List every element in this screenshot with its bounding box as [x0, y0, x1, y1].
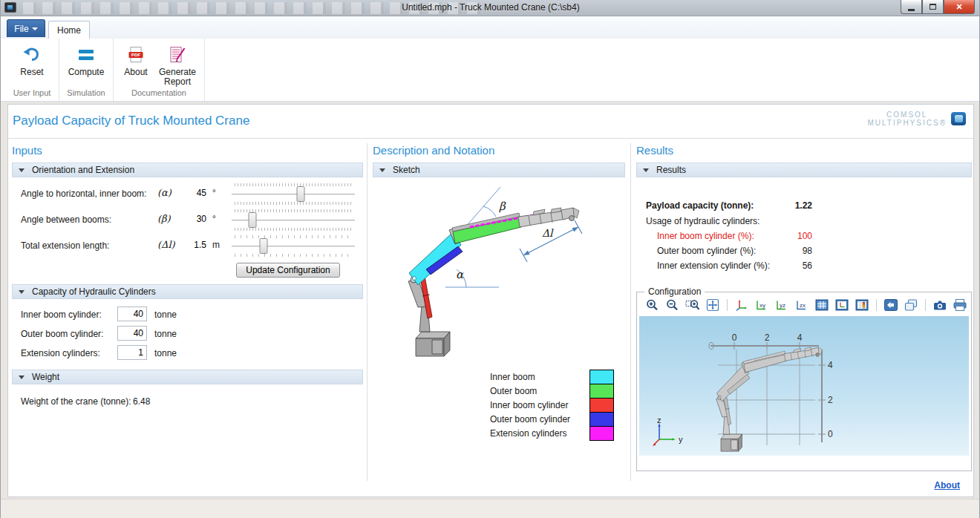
file-menu-label: File — [14, 24, 28, 34]
section-capacity[interactable]: Capacity of Hydraulic Cylinders — [12, 284, 363, 299]
usage-row-outer-boom: Outer boom cylinder (%): 98 — [636, 246, 970, 260]
legend-swatch-extension-cylinders — [589, 426, 614, 441]
report-icon — [169, 45, 186, 65]
tab-home[interactable]: Home — [48, 21, 90, 39]
reset-undo-icon — [23, 45, 41, 65]
about-label: About — [124, 68, 147, 77]
reset-button[interactable]: Reset — [11, 42, 53, 87]
brand-line1: COMSOL — [867, 111, 947, 119]
beta-slider-thumb[interactable] — [249, 212, 257, 228]
group-label-simulation: Simulation — [65, 87, 107, 99]
zoom-out-icon[interactable] — [664, 298, 681, 312]
legend-swatch-outer-boom — [589, 384, 614, 399]
svg-text:yz: yz — [780, 302, 785, 309]
usage-label: Usage of hydraulic cylinders: — [646, 216, 760, 226]
usage-extension-label: Inner extension cylinder (%): — [657, 260, 770, 271]
yz-view-icon[interactable]: yz — [774, 298, 790, 312]
svg-text:zx: zx — [800, 302, 806, 309]
compute-button[interactable]: Compute — [65, 42, 107, 87]
maximize-button[interactable] — [922, 0, 944, 14]
ribbon-group-simulation: Compute Simulation — [59, 39, 114, 101]
section-weight[interactable]: Weight — [12, 370, 363, 384]
generate-report-button[interactable]: Generate Report — [157, 42, 198, 87]
comsol-logo-icon — [951, 112, 966, 125]
input-row-alpha: Angle to horizontal, inner boom: (α) ° — [12, 181, 363, 207]
zoom-in-icon[interactable] — [644, 298, 661, 312]
delta-l-annotation: Δl — [542, 227, 554, 239]
payload-capacity-row: Payload capacity (tonne): 1.22 — [636, 200, 970, 215]
section-label: Results — [656, 165, 686, 175]
collapse-triangle-icon — [379, 168, 385, 172]
window-title: Untitled.mph - Truck Mounted Crane (C:\s… — [1, 2, 980, 13]
file-menu-button[interactable]: File — [7, 19, 45, 37]
beta-value-field[interactable] — [181, 214, 206, 224]
configuration-label: Configuration — [644, 286, 705, 297]
color-legend-icon[interactable] — [854, 298, 870, 312]
legend-item-inner-cylinder: Inner boom cylinder — [373, 398, 625, 413]
about-button[interactable]: PDF About — [120, 42, 152, 87]
extension-value-field[interactable] — [181, 240, 206, 250]
slider-track — [232, 194, 355, 195]
inner-cylinder-field[interactable] — [117, 306, 147, 321]
maximize-icon — [930, 4, 936, 10]
print-icon[interactable] — [952, 298, 968, 312]
section-label: Sketch — [393, 165, 420, 175]
brand-line2: MULTIPHYSICS® — [867, 119, 947, 127]
pdf-icon: PDF — [128, 45, 144, 65]
zx-view-icon[interactable]: zx — [794, 298, 810, 312]
extension-slider-thumb[interactable] — [260, 238, 268, 254]
collapse-triangle-icon — [643, 168, 649, 172]
results-heading: Results — [636, 144, 673, 157]
default-3d-view-icon[interactable] — [734, 298, 750, 312]
section-label: Capacity of Hydraulic Cylinders — [32, 286, 156, 297]
extension-cylinders-field[interactable] — [117, 345, 147, 360]
axis-orientation-icon[interactable] — [834, 298, 850, 312]
svg-text:0: 0 — [732, 332, 737, 343]
section-sketch[interactable]: Sketch — [373, 163, 625, 177]
ribbon-tab-row: File Home — [1, 16, 980, 39]
alpha-slider[interactable] — [232, 183, 355, 206]
copy-image-icon[interactable] — [903, 298, 919, 312]
minimize-button[interactable] — [901, 0, 922, 14]
usage-row-extension: Inner extension cylinder (%): 56 — [636, 260, 970, 275]
alpha-label: Angle to horizontal, inner boom: — [21, 188, 146, 199]
inner-cylinder-label: Inner boom cylinder: — [21, 309, 102, 320]
update-configuration-button[interactable]: Update Configuration — [236, 263, 340, 278]
reset-label: Reset — [20, 68, 43, 77]
slider-ticks — [235, 183, 352, 186]
slider-ticks — [235, 254, 352, 257]
configuration-plot[interactable]: 0 2 4 4 2 0 z y — [639, 316, 969, 456]
ribbon: Reset User Input Compute Simulation P — [1, 39, 980, 102]
extension-slider[interactable] — [232, 235, 355, 258]
legend-swatch-outer-cylinder — [589, 412, 614, 427]
inner-cylinder-unit: tonne — [154, 309, 177, 320]
payload-capacity-label: Payload capacity (tonne): — [646, 200, 754, 211]
section-orientation-extension[interactable]: Orientation and Extension — [12, 163, 363, 177]
slider-track — [232, 246, 355, 247]
extension-label: Total extension length: — [21, 240, 109, 251]
beta-slider[interactable] — [232, 209, 355, 232]
outer-cylinder-field[interactable] — [117, 326, 147, 341]
close-button[interactable]: ✕ — [944, 0, 975, 14]
alpha-slider-thumb[interactable] — [296, 186, 304, 202]
comsol-brand: COMSOL MULTIPHYSICS® — [867, 111, 966, 127]
zoom-box-icon[interactable] — [685, 298, 701, 312]
graphics-toolbar: xy yz zx — [644, 297, 968, 313]
show-grid-icon[interactable] — [814, 298, 830, 312]
image-snapshot-camera-icon[interactable] — [932, 298, 948, 312]
toolbar-separator — [876, 299, 877, 311]
titlebar: Untitled.mph - Truck Mounted Crane (C:\s… — [1, 0, 980, 16]
section-label: Weight — [32, 372, 59, 382]
divider — [8, 138, 973, 139]
section-results[interactable]: Results — [636, 163, 972, 177]
ribbon-group-user-input: Reset User Input — [5, 39, 59, 101]
outer-cylinder-unit: tonne — [154, 329, 177, 339]
beta-label: Angle between booms: — [21, 214, 111, 225]
slider-ticks — [235, 228, 352, 231]
zoom-extents-icon[interactable] — [705, 298, 721, 312]
chevron-down-icon — [32, 27, 38, 30]
about-link[interactable]: About — [934, 480, 960, 491]
xy-view-icon[interactable]: xy — [754, 298, 770, 312]
alpha-value-field[interactable] — [181, 188, 206, 198]
scene-light-icon[interactable] — [883, 298, 899, 312]
